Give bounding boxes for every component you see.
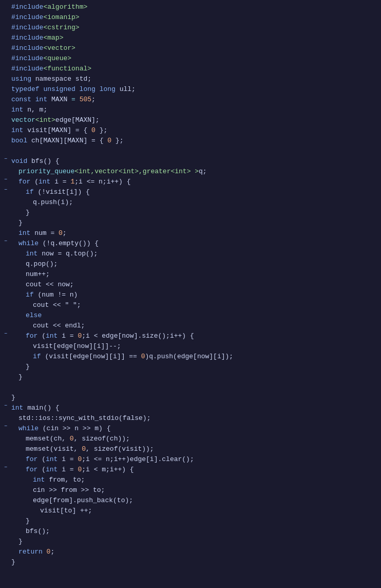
code-line: #include<vector> — [0, 43, 381, 53]
fold-marker[interactable]: − — [2, 187, 9, 193]
indent-guides — [9, 331, 24, 341]
fold-marker[interactable]: − — [2, 465, 9, 470]
code-line: bfs(); — [0, 526, 381, 537]
code-line: cout << now; — [0, 280, 381, 290]
token-kw: for — [26, 332, 37, 340]
line-content: num++; — [24, 269, 381, 280]
code-line: } — [0, 218, 381, 228]
token-macro: #include — [11, 54, 43, 62]
line-content: visit[to] ++; — [38, 506, 381, 516]
token-var: i = — [58, 455, 78, 463]
line-content: cout << " "; — [31, 300, 381, 310]
token-var: num = — [30, 229, 59, 237]
code-line: if (visit[edge[now][i]] == 0)q.push(edge… — [0, 352, 381, 362]
token-kw: if — [26, 291, 34, 299]
token-var: std::ios::sync_with_stdio(false); — [18, 414, 150, 422]
code-line: visit[to] ++; — [0, 506, 381, 516]
code-line — [0, 146, 381, 156]
code-line: −void bfs() { — [0, 156, 381, 167]
line-content: } — [16, 537, 381, 547]
line-content: int from, to; — [31, 475, 381, 485]
line-content: edge[from].push_back(to); — [31, 495, 381, 506]
token-kw: bool — [11, 137, 27, 144]
line-content: while (cin >> n >> m) { — [16, 424, 381, 434]
token-punct: } — [18, 538, 23, 545]
code-line: } — [0, 372, 381, 382]
line-content: int main() { — [9, 403, 381, 413]
code-line: int n, m; — [0, 105, 381, 115]
code-line: const int MAXN = 505; — [0, 95, 381, 105]
line-content: #include<algorithm> — [9, 2, 381, 12]
indent-guides — [9, 341, 31, 352]
token-var: )q.push(edge[now][i]); — [145, 353, 233, 360]
token-var: q; — [199, 168, 207, 175]
indent-guides — [9, 238, 16, 249]
indent-guides — [9, 413, 16, 424]
indent-guides — [9, 310, 24, 321]
token-macro: #include — [11, 24, 43, 31]
line-content: cin >> from >> to; — [31, 485, 381, 495]
token-kw: int — [18, 229, 30, 237]
token-punct: } — [18, 219, 23, 227]
token-num: 0 — [70, 435, 74, 443]
line-content: priority_queue<int,vector<int>,greater<i… — [16, 167, 381, 177]
code-line: } — [0, 393, 381, 403]
token-kw: unsigned long long — [40, 85, 120, 93]
token-var: , sizeof(visit)); — [86, 445, 154, 453]
line-content: bool ch[MAXN][MAXN] = { 0 }; — [9, 136, 381, 146]
line-content: for (int i = 1;i <= n;i++) { — [16, 177, 381, 187]
token-var: now = q.top(); — [37, 250, 98, 258]
indent-guides — [9, 372, 16, 382]
code-editor: #include<algorithm>#include<iomanip>#inc… — [0, 0, 381, 588]
fold-marker[interactable]: − — [2, 156, 9, 162]
fold-marker[interactable]: − — [2, 177, 9, 182]
line-content: while (!q.empty()) { — [16, 238, 381, 249]
token-punct: ; — [63, 229, 67, 237]
code-line — [0, 382, 381, 393]
code-line: int num = 0; — [0, 228, 381, 238]
token-punct: ; — [96, 116, 100, 124]
token-punct: ( — [37, 332, 46, 340]
fold-marker[interactable]: − — [2, 331, 9, 337]
line-content: q.push(i); — [31, 197, 381, 208]
token-kw: for — [18, 178, 30, 186]
line-content: #include<map> — [9, 33, 381, 43]
line-content: } — [9, 393, 381, 403]
code-line: q.pop(); — [0, 259, 381, 269]
token-op: = — [67, 96, 79, 103]
token-punct: } — [26, 517, 30, 525]
token-kw: int — [39, 178, 50, 186]
code-line: bool ch[MAXN][MAXN] = { 0 }; — [0, 136, 381, 146]
line-content: #include<queue> — [9, 53, 381, 64]
token-var: memset(visit, — [26, 445, 82, 453]
indent-guides — [9, 321, 31, 331]
token-punct: ; — [91, 96, 96, 103]
indent-guides — [9, 300, 31, 310]
token-var: num++; — [26, 270, 50, 278]
code-line: if (num != n) — [0, 290, 381, 300]
token-var: ;i <= n;i++) { — [74, 178, 130, 186]
token-kw: if — [26, 188, 34, 196]
token-kw: else — [26, 311, 42, 319]
fold-marker[interactable]: − — [2, 424, 9, 429]
token-punct: ( — [30, 178, 39, 186]
code-line: priority_queue<int,vector<int>,greater<i… — [0, 167, 381, 177]
line-content: } — [9, 557, 381, 567]
line-content: for (int i = 0;i < edge[now].size();i++)… — [24, 331, 381, 341]
token-punct: } — [11, 558, 15, 566]
token-var: ;i < m;i++) { — [82, 466, 134, 473]
token-var: i = — [58, 466, 78, 473]
token-kw: void — [11, 157, 27, 165]
token-var: MAXN — [51, 96, 67, 103]
token-include-path: <vector> — [43, 44, 75, 52]
fold-marker[interactable]: − — [2, 403, 9, 409]
fold-marker[interactable]: − — [2, 238, 9, 244]
token-var: (!q.empty()) { — [39, 240, 99, 247]
token-var: ;i <= n;i++)edge[i].clear(); — [82, 455, 194, 463]
token-kw: int — [46, 332, 58, 340]
code-line: int from, to; — [0, 475, 381, 485]
token-punct: ; — [50, 548, 54, 556]
token-var: , sizeof(ch)); — [74, 435, 130, 443]
code-line: #include<functional> — [0, 64, 381, 74]
token-kw: int — [11, 404, 23, 412]
